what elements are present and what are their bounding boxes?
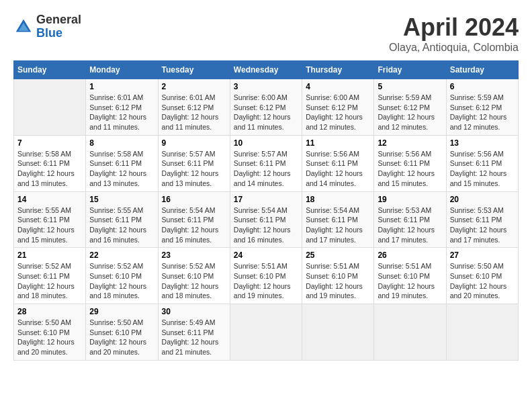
calendar-cell: 9Sunrise: 5:57 AM Sunset: 6:11 PM Daylig…: [158, 135, 230, 191]
logo-icon: [13, 17, 34, 37]
day-number: 19: [378, 195, 442, 204]
calendar-cell: 27Sunrise: 5:50 AM Sunset: 6:10 PM Dayli…: [446, 248, 518, 304]
day-number: 7: [17, 138, 82, 148]
calendar-cell: 5Sunrise: 5:59 AM Sunset: 6:12 PM Daylig…: [374, 79, 446, 136]
calendar-cell: 6Sunrise: 5:59 AM Sunset: 6:12 PM Daylig…: [446, 79, 518, 136]
calendar-week-3: 21Sunrise: 5:52 AM Sunset: 6:11 PM Dayli…: [14, 248, 519, 304]
day-info: Sunrise: 5:53 AM Sunset: 6:11 PM Dayligh…: [378, 205, 442, 245]
day-number: 12: [378, 138, 442, 148]
day-info: Sunrise: 5:54 AM Sunset: 6:11 PM Dayligh…: [162, 205, 226, 245]
day-info: Sunrise: 5:57 AM Sunset: 6:11 PM Dayligh…: [162, 149, 226, 189]
day-info: Sunrise: 5:49 AM Sunset: 6:11 PM Dayligh…: [162, 318, 226, 357]
day-info: Sunrise: 5:56 AM Sunset: 6:11 PM Dayligh…: [306, 149, 370, 189]
day-info: Sunrise: 5:50 AM Sunset: 6:10 PM Dayligh…: [89, 318, 154, 357]
calendar-cell: 11Sunrise: 5:56 AM Sunset: 6:11 PM Dayli…: [302, 135, 374, 191]
day-info: Sunrise: 5:54 AM Sunset: 6:11 PM Dayligh…: [306, 205, 370, 245]
location-subtitle: Olaya, Antioquia, Colombia: [389, 42, 519, 54]
calendar-cell: 19Sunrise: 5:53 AM Sunset: 6:11 PM Dayli…: [374, 191, 446, 248]
month-title: April 2024: [389, 13, 519, 42]
calendar-cell: 3Sunrise: 6:00 AM Sunset: 6:12 PM Daylig…: [230, 79, 302, 136]
calendar-header-row: SundayMondayTuesdayWednesdayThursdayFrid…: [14, 61, 519, 79]
day-info: Sunrise: 5:55 AM Sunset: 6:11 PM Dayligh…: [89, 205, 154, 245]
calendar-cell: 21Sunrise: 5:52 AM Sunset: 6:11 PM Dayli…: [14, 248, 86, 304]
day-number: 11: [306, 138, 370, 148]
day-info: Sunrise: 6:00 AM Sunset: 6:12 PM Dayligh…: [306, 93, 370, 132]
day-number: 1: [89, 82, 154, 91]
day-number: 23: [162, 250, 226, 260]
header-saturday: Saturday: [446, 61, 518, 79]
calendar-cell: 1Sunrise: 6:01 AM Sunset: 6:12 PM Daylig…: [86, 79, 158, 136]
calendar-cell: 8Sunrise: 5:58 AM Sunset: 6:11 PM Daylig…: [86, 135, 158, 191]
header-monday: Monday: [86, 61, 158, 79]
day-number: 29: [89, 307, 154, 316]
day-info: Sunrise: 5:52 AM Sunset: 6:10 PM Dayligh…: [162, 261, 226, 301]
day-info: Sunrise: 5:54 AM Sunset: 6:11 PM Dayligh…: [234, 205, 298, 245]
calendar-cell: 25Sunrise: 5:51 AM Sunset: 6:10 PM Dayli…: [302, 248, 374, 304]
calendar-week-2: 14Sunrise: 5:55 AM Sunset: 6:11 PM Dayli…: [14, 191, 519, 248]
day-number: 3: [234, 82, 298, 91]
calendar-week-4: 28Sunrise: 5:50 AM Sunset: 6:10 PM Dayli…: [14, 304, 519, 361]
calendar-cell: 10Sunrise: 5:57 AM Sunset: 6:11 PM Dayli…: [230, 135, 302, 191]
calendar-cell: 15Sunrise: 5:55 AM Sunset: 6:11 PM Dayli…: [86, 191, 158, 248]
day-info: Sunrise: 5:50 AM Sunset: 6:10 PM Dayligh…: [450, 261, 515, 301]
day-info: Sunrise: 5:51 AM Sunset: 6:10 PM Dayligh…: [306, 261, 370, 301]
day-info: Sunrise: 5:52 AM Sunset: 6:11 PM Dayligh…: [17, 261, 82, 301]
day-info: Sunrise: 5:59 AM Sunset: 6:12 PM Dayligh…: [450, 93, 515, 132]
calendar-cell: [374, 304, 446, 361]
day-info: Sunrise: 6:01 AM Sunset: 6:12 PM Dayligh…: [162, 93, 226, 132]
day-info: Sunrise: 5:57 AM Sunset: 6:11 PM Dayligh…: [234, 149, 298, 189]
day-number: 8: [89, 138, 154, 148]
day-number: 27: [450, 250, 515, 260]
calendar-cell: 16Sunrise: 5:54 AM Sunset: 6:11 PM Dayli…: [158, 191, 230, 248]
logo-general: General: [36, 13, 81, 27]
day-number: 5: [378, 82, 442, 91]
calendar-table: SundayMondayTuesdayWednesdayThursdayFrid…: [13, 60, 519, 361]
day-number: 14: [17, 195, 82, 204]
day-info: Sunrise: 5:56 AM Sunset: 6:11 PM Dayligh…: [378, 149, 442, 189]
calendar-cell: 26Sunrise: 5:51 AM Sunset: 6:10 PM Dayli…: [374, 248, 446, 304]
day-number: 30: [162, 307, 226, 316]
day-info: Sunrise: 5:56 AM Sunset: 6:11 PM Dayligh…: [450, 149, 515, 189]
page-header: General Blue April 2024 Olaya, Antioquia…: [13, 13, 519, 54]
day-number: 24: [234, 250, 298, 260]
day-number: 28: [17, 307, 82, 316]
day-info: Sunrise: 5:50 AM Sunset: 6:10 PM Dayligh…: [17, 318, 82, 357]
calendar-cell: 12Sunrise: 5:56 AM Sunset: 6:11 PM Dayli…: [374, 135, 446, 191]
calendar-cell: 23Sunrise: 5:52 AM Sunset: 6:10 PM Dayli…: [158, 248, 230, 304]
calendar-cell: 22Sunrise: 5:52 AM Sunset: 6:10 PM Dayli…: [86, 248, 158, 304]
calendar-cell: 29Sunrise: 5:50 AM Sunset: 6:10 PM Dayli…: [86, 304, 158, 361]
day-info: Sunrise: 5:51 AM Sunset: 6:10 PM Dayligh…: [378, 261, 442, 301]
calendar-cell: 4Sunrise: 6:00 AM Sunset: 6:12 PM Daylig…: [302, 79, 374, 136]
calendar-cell: [230, 304, 302, 361]
day-number: 25: [306, 250, 370, 260]
day-info: Sunrise: 5:59 AM Sunset: 6:12 PM Dayligh…: [378, 93, 442, 132]
calendar-cell: 20Sunrise: 5:53 AM Sunset: 6:11 PM Dayli…: [446, 191, 518, 248]
calendar-cell: 24Sunrise: 5:51 AM Sunset: 6:10 PM Dayli…: [230, 248, 302, 304]
day-info: Sunrise: 5:55 AM Sunset: 6:11 PM Dayligh…: [17, 205, 82, 245]
calendar-cell: 30Sunrise: 5:49 AM Sunset: 6:11 PM Dayli…: [158, 304, 230, 361]
day-number: 21: [17, 250, 82, 260]
day-number: 2: [162, 82, 226, 91]
day-number: 9: [162, 138, 226, 148]
calendar-cell: [446, 304, 518, 361]
day-info: Sunrise: 6:00 AM Sunset: 6:12 PM Dayligh…: [234, 93, 298, 132]
day-number: 13: [450, 138, 515, 148]
header-friday: Friday: [374, 61, 446, 79]
calendar-cell: 2Sunrise: 6:01 AM Sunset: 6:12 PM Daylig…: [158, 79, 230, 136]
calendar-cell: 13Sunrise: 5:56 AM Sunset: 6:11 PM Dayli…: [446, 135, 518, 191]
calendar-cell: 18Sunrise: 5:54 AM Sunset: 6:11 PM Dayli…: [302, 191, 374, 248]
header-tuesday: Tuesday: [158, 61, 230, 79]
calendar-cell: [14, 79, 86, 136]
day-number: 22: [89, 250, 154, 260]
calendar-week-1: 7Sunrise: 5:58 AM Sunset: 6:11 PM Daylig…: [14, 135, 519, 191]
day-number: 16: [162, 195, 226, 204]
day-number: 4: [306, 82, 370, 91]
day-number: 20: [450, 195, 515, 204]
logo-blue: Blue: [36, 27, 81, 40]
header-sunday: Sunday: [14, 61, 86, 79]
day-number: 6: [450, 82, 515, 91]
calendar-cell: 28Sunrise: 5:50 AM Sunset: 6:10 PM Dayli…: [14, 304, 86, 361]
logo: General Blue: [13, 13, 81, 40]
day-number: 17: [234, 195, 298, 204]
day-info: Sunrise: 5:52 AM Sunset: 6:10 PM Dayligh…: [89, 261, 154, 301]
